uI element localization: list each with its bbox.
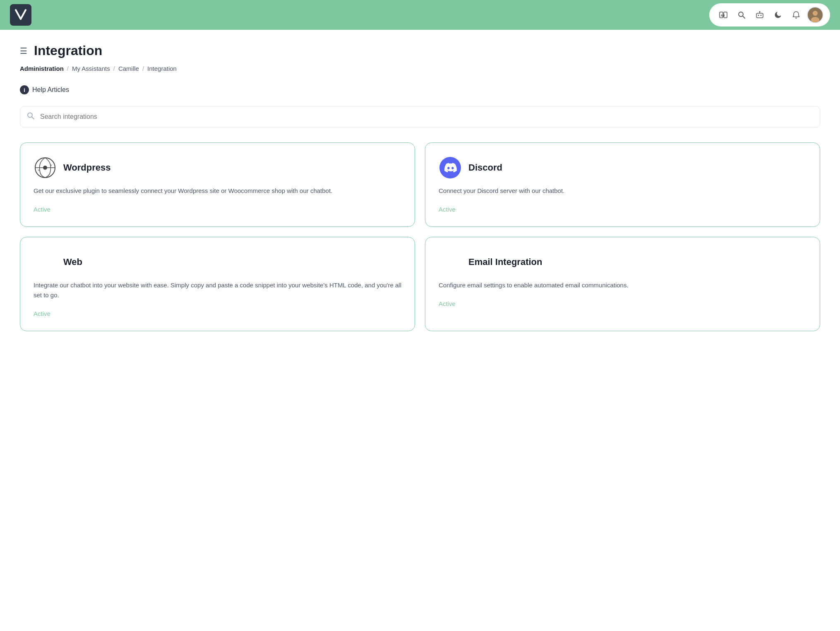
header-actions: AB xyxy=(709,3,830,26)
page-title: Integration xyxy=(34,43,102,58)
search-icon-button[interactable] xyxy=(734,7,749,22)
web-description: Integrate our chatbot into your website … xyxy=(34,280,401,300)
svg-point-6 xyxy=(758,15,759,16)
breadcrumb-administration[interactable]: Administration xyxy=(20,65,64,72)
wordpress-card-header: W W Wordpress xyxy=(34,156,401,179)
email-description: Configure email settings to enable autom… xyxy=(439,280,806,290)
wordpress-status: Active xyxy=(34,206,50,213)
svg-rect-5 xyxy=(756,13,763,18)
svg-point-11 xyxy=(813,11,818,16)
discord-description: Connect your Discord server with our cha… xyxy=(439,186,806,196)
logo[interactable] xyxy=(10,4,31,26)
web-card-header: Web xyxy=(34,250,401,274)
breadcrumb: Administration / My Assistants / Camille… xyxy=(20,65,820,72)
email-card-header: Email Integration xyxy=(439,250,806,274)
breadcrumb-sep-3: / xyxy=(142,65,144,72)
web-status: Active xyxy=(34,310,50,317)
svg-text:W: W xyxy=(50,164,53,166)
email-logo xyxy=(439,250,462,274)
breadcrumb-sep-2: / xyxy=(113,65,115,72)
email-card[interactable]: Email Integration Configure email settin… xyxy=(425,237,820,331)
svg-point-3 xyxy=(739,12,743,17)
discord-logo xyxy=(439,156,462,179)
integrations-grid: W W Wordpress Get our exclusive plugin t… xyxy=(20,142,820,331)
main-content: ☰ Integration Administration / My Assist… xyxy=(0,30,840,344)
svg-point-13 xyxy=(28,113,32,118)
discord-card[interactable]: Discord Connect your Discord server with… xyxy=(425,142,820,227)
search-container xyxy=(20,106,820,128)
breadcrumb-camille[interactable]: Camille xyxy=(118,65,139,72)
notifications-button[interactable] xyxy=(789,7,804,22)
search-icon xyxy=(26,112,35,122)
bot-icon-button[interactable] xyxy=(752,7,767,22)
wordpress-description: Get our exclusive plugin to seamlessly c… xyxy=(34,186,401,196)
discord-title: Discord xyxy=(468,162,502,173)
page-header: ☰ Integration xyxy=(20,43,820,58)
email-status: Active xyxy=(439,300,456,307)
discord-card-header: Discord xyxy=(439,156,806,179)
svg-line-14 xyxy=(32,117,34,119)
svg-point-9 xyxy=(759,11,761,12)
discord-status: Active xyxy=(439,206,456,213)
web-card[interactable]: Web Integrate our chatbot into your webs… xyxy=(20,237,415,331)
header: AB xyxy=(0,0,840,30)
discord-logo-icon xyxy=(439,157,461,178)
svg-point-7 xyxy=(761,15,762,16)
search-input[interactable] xyxy=(20,106,820,128)
help-section: i Help Articles xyxy=(20,85,820,94)
help-label[interactable]: Help Articles xyxy=(32,86,69,94)
menu-icon[interactable]: ☰ xyxy=(20,46,27,56)
web-logo xyxy=(34,250,57,274)
svg-line-4 xyxy=(743,16,745,18)
web-title: Web xyxy=(63,257,82,267)
breadcrumb-sep-1: / xyxy=(67,65,69,72)
wordpress-title: Wordpress xyxy=(63,162,111,173)
avatar[interactable] xyxy=(807,7,823,23)
wordpress-card[interactable]: W W Wordpress Get our exclusive plugin t… xyxy=(20,142,415,227)
help-icon: i xyxy=(20,85,29,94)
breadcrumb-my-assistants[interactable]: My Assistants xyxy=(72,65,110,72)
ab-icon-button[interactable]: AB xyxy=(716,7,731,22)
svg-text:AB: AB xyxy=(721,14,725,17)
breadcrumb-integration[interactable]: Integration xyxy=(147,65,177,72)
dark-mode-button[interactable] xyxy=(770,7,785,22)
wordpress-logo: W W xyxy=(34,156,57,179)
email-title: Email Integration xyxy=(468,257,542,267)
